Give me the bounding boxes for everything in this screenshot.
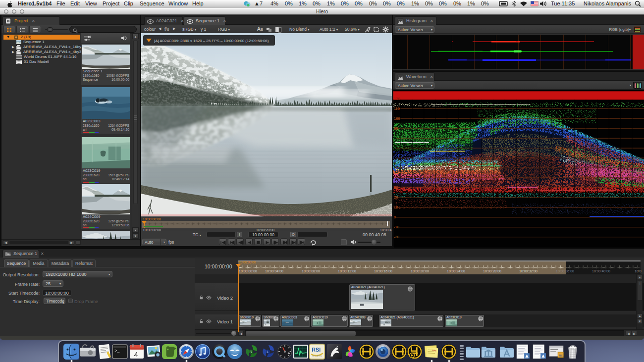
svg-text:-10: -10 [394,225,399,229]
svg-text:90: 90 [394,126,398,131]
svg-text:10: 10 [394,205,398,209]
svg-text:120: 120 [394,97,400,101]
svg-text:20: 20 [394,195,398,200]
svg-text:R: R [250,350,253,354]
svg-text:RSI: RSI [312,347,321,353]
svg-text:30: 30 [394,185,398,190]
svg-text:G U A R D: G U A R D [312,355,322,357]
svg-text:100: 100 [394,116,400,121]
svg-text:-20: -20 [394,235,399,239]
svg-text:L: L [267,350,268,354]
svg-text:>_: >_ [114,349,120,354]
svg-text:RSI: RSI [559,354,563,357]
svg-text:4: 4 [134,350,138,359]
svg-text:110: 110 [394,106,400,111]
svg-text:[A] A024C009: 2880 x 1620 – 25: [A] A024C009: 2880 x 1620 – 25 FPS – 10:… [154,39,269,43]
svg-text:Fwis: Fwis [432,349,436,352]
svg-text:0: 0 [394,215,396,219]
